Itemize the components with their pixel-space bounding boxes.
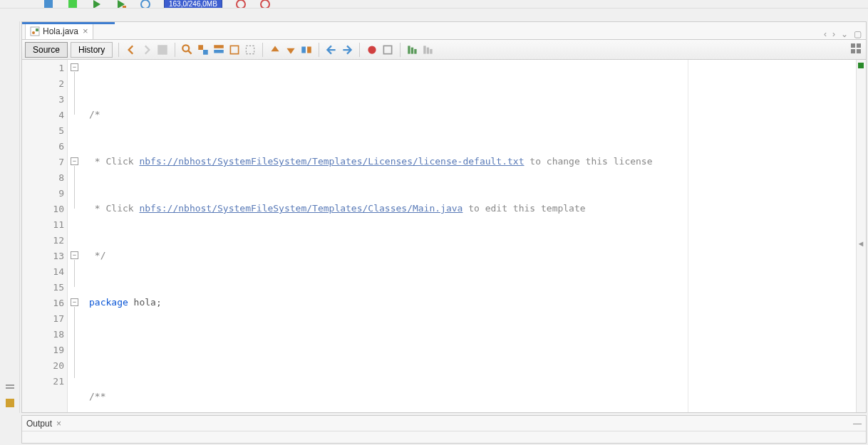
line-number: 3 xyxy=(22,91,67,107)
svg-rect-31 xyxy=(430,48,433,53)
history-view-button[interactable]: History xyxy=(71,42,113,58)
svg-rect-35 xyxy=(857,49,861,53)
toolbar-icon-search[interactable] xyxy=(181,43,194,56)
line-number: 2 xyxy=(22,75,67,91)
memory-indicator[interactable]: 163,0/246,0MB xyxy=(164,0,222,9)
line-number: 12 xyxy=(22,232,67,248)
line-number: 16 xyxy=(22,295,67,310)
toolbar-icon[interactable] xyxy=(197,43,210,56)
toolbar-icon[interactable] xyxy=(212,43,225,56)
line-number: 7 xyxy=(22,154,67,169)
svg-point-5 xyxy=(141,0,150,9)
svg-rect-23 xyxy=(308,46,312,53)
toolbar-icon[interactable] xyxy=(140,0,151,9)
toolbar-icon[interactable] xyxy=(422,43,435,56)
template-link[interactable]: nbfs://nbhost/SystemFileSystem/Templates… xyxy=(139,203,463,214)
source-view-button[interactable]: Source xyxy=(25,42,68,58)
rail-icon[interactable] xyxy=(4,382,16,393)
svg-point-12 xyxy=(32,31,35,34)
svg-rect-9 xyxy=(6,387,14,389)
rail-icon[interactable] xyxy=(4,397,16,409)
output-header: Output × — xyxy=(22,416,866,431)
toolbar-icon[interactable] xyxy=(156,43,169,56)
line-number: 13 xyxy=(22,248,67,263)
svg-rect-18 xyxy=(215,45,224,48)
line-number-gutter: 123456789101112131415161718192021 xyxy=(22,60,68,412)
svg-rect-22 xyxy=(302,46,306,53)
toolbar-icon[interactable] xyxy=(67,0,78,9)
svg-rect-19 xyxy=(215,50,224,53)
svg-rect-34 xyxy=(851,49,855,53)
toolbar-icon-record[interactable] xyxy=(366,43,378,56)
toolbar-icon-down[interactable] xyxy=(284,43,297,56)
toolbar-icon[interactable] xyxy=(43,0,54,9)
editor-toolbar: Source History xyxy=(22,40,866,60)
svg-rect-21 xyxy=(247,46,254,53)
svg-rect-8 xyxy=(6,384,14,386)
toolbar-icon[interactable] xyxy=(244,43,257,56)
toolbar-icon[interactable] xyxy=(406,43,419,56)
svg-rect-14 xyxy=(158,45,168,55)
svg-rect-33 xyxy=(857,43,861,48)
line-number: 4 xyxy=(22,107,67,122)
dropdown-icon[interactable]: ⌄ xyxy=(841,29,848,39)
line-number: 21 xyxy=(22,373,67,389)
close-tab-icon[interactable]: × xyxy=(83,26,88,36)
svg-rect-30 xyxy=(427,47,429,53)
line-number: 15 xyxy=(22,279,67,295)
toolbar-icon[interactable] xyxy=(115,0,127,9)
svg-point-24 xyxy=(368,46,376,53)
file-tab-label: Hola.java xyxy=(43,26,78,36)
toolbar-icon-stop[interactable] xyxy=(381,43,394,56)
toolbar-icon[interactable] xyxy=(259,0,271,9)
left-sidebar-rail xyxy=(0,21,20,413)
file-tab-bar: Hola.java × ‹ › ⌄ ▢ xyxy=(22,22,866,40)
toolbar-icon[interactable] xyxy=(228,43,241,56)
line-number: 20 xyxy=(22,357,67,373)
svg-point-7 xyxy=(261,0,269,9)
line-number: 10 xyxy=(22,201,67,216)
svg-rect-29 xyxy=(424,46,426,53)
tab-controls: ‹ › ⌄ ▢ xyxy=(824,29,866,39)
top-toolbar: 163,0/246,0MB xyxy=(0,0,868,9)
svg-rect-32 xyxy=(851,43,855,48)
java-file-icon xyxy=(30,26,40,36)
toolbar-icon-split[interactable] xyxy=(850,43,862,54)
code-editor[interactable]: 123456789101112131415161718192021 − − − … xyxy=(22,60,866,412)
line-number: 9 xyxy=(22,185,67,201)
svg-rect-20 xyxy=(231,46,239,53)
toolbar-icon-forward[interactable] xyxy=(140,43,153,56)
svg-point-15 xyxy=(183,45,190,51)
toolbar-icon[interactable] xyxy=(235,0,247,9)
svg-rect-28 xyxy=(415,48,417,53)
svg-rect-17 xyxy=(203,50,208,55)
toolbar-icon-back[interactable] xyxy=(125,43,138,56)
svg-rect-1 xyxy=(68,0,77,9)
collapse-arrow-icon[interactable]: ◄ xyxy=(856,236,866,251)
toolbar-icon[interactable] xyxy=(91,0,103,9)
svg-marker-2 xyxy=(93,0,100,9)
code-content[interactable]: /* * Click nbfs://nbhost/SystemFileSyste… xyxy=(68,60,856,412)
svg-rect-10 xyxy=(6,399,14,407)
output-title: Output xyxy=(26,419,52,429)
line-number: 19 xyxy=(22,342,67,357)
toolbar-icon-shift-left[interactable] xyxy=(325,43,338,56)
minimize-output-icon[interactable]: — xyxy=(853,419,862,429)
license-link[interactable]: nbfs://nbhost/SystemFileSystem/Templates… xyxy=(139,156,524,167)
svg-point-6 xyxy=(237,0,245,9)
line-number: 14 xyxy=(22,263,67,279)
svg-rect-26 xyxy=(408,46,410,53)
svg-rect-25 xyxy=(384,46,392,53)
line-number: 5 xyxy=(22,122,67,138)
svg-rect-13 xyxy=(36,28,38,31)
line-number: 11 xyxy=(22,216,67,232)
file-tab[interactable]: Hola.java × xyxy=(25,22,93,39)
toolbar-icon-up[interactable] xyxy=(269,43,281,56)
scroll-left-icon[interactable]: ‹ xyxy=(824,29,827,39)
close-output-icon[interactable]: × xyxy=(56,419,61,429)
toolbar-icon[interactable] xyxy=(300,43,313,56)
line-number: 18 xyxy=(22,326,67,342)
toolbar-icon-shift-right[interactable] xyxy=(341,43,353,56)
maximize-icon[interactable]: ▢ xyxy=(854,29,862,39)
scroll-right-icon[interactable]: › xyxy=(832,29,835,39)
